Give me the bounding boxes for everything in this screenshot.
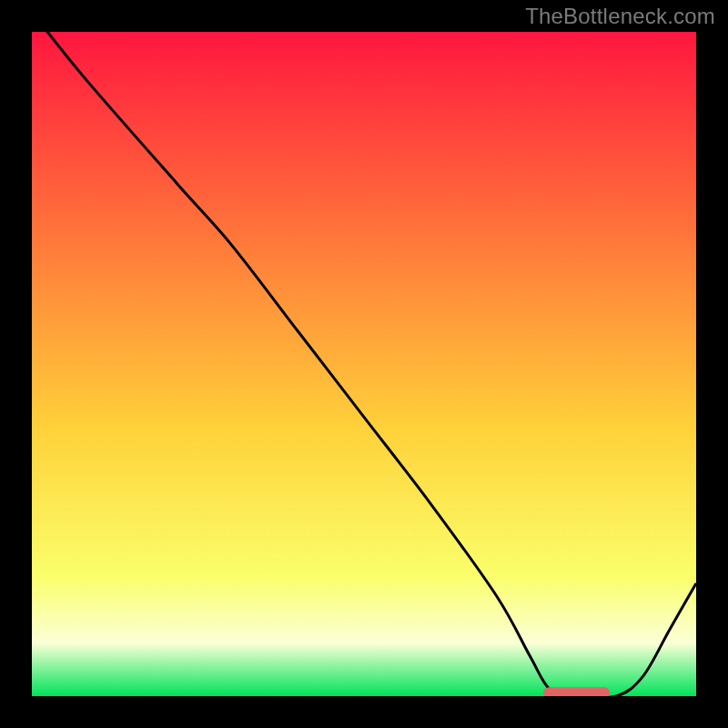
plot-area bbox=[32, 32, 696, 696]
watermark-text: TheBottleneck.com bbox=[525, 4, 715, 29]
chart-svg bbox=[32, 32, 696, 696]
chart-frame: TheBottleneck.com bbox=[0, 0, 728, 728]
optimal-marker bbox=[543, 687, 610, 696]
